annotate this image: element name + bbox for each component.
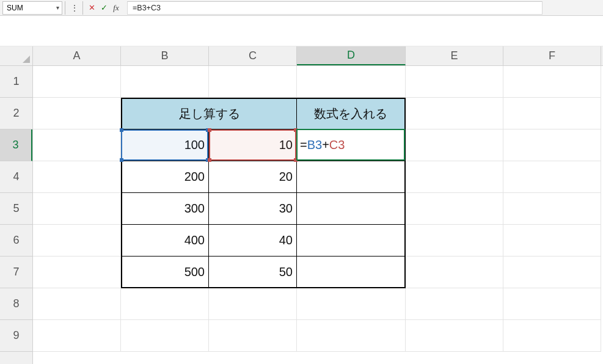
separator [82,1,83,15]
cell-C1[interactable] [209,66,297,98]
cell-A6[interactable] [33,225,121,257]
name-box-dropdown-icon[interactable]: ▾ [56,4,59,11]
col-header-E[interactable]: E [406,46,503,65]
cell-C7[interactable]: 50 [209,257,297,288]
cell-D9[interactable] [297,320,406,352]
editing-ref-b: B3 [307,138,322,152]
cell-E9[interactable] [406,320,503,352]
row-header-2[interactable]: 2 [0,98,32,129]
cell-F9[interactable] [503,320,601,352]
cell-C4-text: 20 [279,170,293,184]
cell-F6[interactable] [503,225,601,257]
cell-C6-text: 40 [279,233,293,247]
row-header-5[interactable]: 5 [0,193,32,225]
formula-bar-expansion [0,16,603,46]
cell-B5[interactable]: 300 [121,193,209,225]
formula-text: =B3+C3 [133,4,161,12]
name-box-value: SUM [7,4,23,12]
col-header-B[interactable]: B [121,46,209,65]
row-header-7[interactable]: 7 [0,257,32,288]
cell-B3-text: 100 [185,138,205,152]
header-add[interactable]: 足し算する [121,98,297,129]
cell-C7-text: 50 [279,265,293,279]
cell-E1[interactable] [406,66,503,98]
cell-C3-text: 10 [279,138,293,152]
column-headers: A B C D E F [33,46,603,66]
cell-B5-text: 300 [185,202,205,216]
row-header-6[interactable]: 6 [0,225,32,257]
cell-B8[interactable] [121,288,209,320]
header-formula-text: 数式を入れる [314,106,387,122]
cell-B7-text: 500 [185,265,205,279]
cell-A4[interactable] [33,161,121,193]
cells-area[interactable]: 足し算する数式を入れる1001020020300304004050050=B3+… [33,66,603,364]
name-box[interactable]: SUM ▾ [2,1,62,15]
cell-D4[interactable] [297,161,406,193]
cell-D6[interactable] [297,225,406,257]
row-header-9[interactable]: 9 [0,320,32,352]
cell-D1[interactable] [297,66,406,98]
cell-B9[interactable] [121,320,209,352]
cell-F2[interactable] [503,98,601,129]
cell-A2[interactable] [33,98,121,129]
cell-F5[interactable] [503,193,601,225]
cancel-icon[interactable]: ✕ [86,1,98,15]
cell-C3[interactable]: 10 [209,129,297,161]
col-header-F[interactable]: F [503,46,601,65]
cell-D5[interactable] [297,193,406,225]
cell-B7[interactable]: 500 [121,257,209,288]
select-all-corner[interactable] [0,46,33,66]
cell-D8[interactable] [297,288,406,320]
row-header-4[interactable]: 4 [0,161,32,193]
editing-cell-D3[interactable]: =B3+C3 [296,129,405,161]
editing-plus: + [322,138,329,152]
cell-A5[interactable] [33,193,121,225]
editing-eq: = [300,138,307,152]
cell-E3[interactable] [406,129,503,161]
cell-F3[interactable] [503,129,601,161]
cell-E2[interactable] [406,98,503,129]
cell-E6[interactable] [406,225,503,257]
cell-F8[interactable] [503,288,601,320]
cell-F7[interactable] [503,257,601,288]
cell-A8[interactable] [33,288,121,320]
more-icon[interactable]: ⋮ [68,1,80,15]
cell-A7[interactable] [33,257,121,288]
formula-bar: SUM ▾ ⋮ ✕ ✓ fx =B3+C3 [0,0,603,16]
cell-A1[interactable] [33,66,121,98]
cell-B6[interactable]: 400 [121,225,209,257]
cell-B3[interactable]: 100 [121,129,209,161]
cell-E5[interactable] [406,193,503,225]
separator [65,1,65,15]
cell-E4[interactable] [406,161,503,193]
cell-E8[interactable] [406,288,503,320]
cell-C9[interactable] [209,320,297,352]
col-header-C[interactable]: C [209,46,297,65]
cell-A3[interactable] [33,129,121,161]
cell-C5[interactable]: 30 [209,193,297,225]
cell-A9[interactable] [33,320,121,352]
formula-input[interactable]: =B3+C3 [127,1,543,15]
editing-ref-c: C3 [329,138,345,152]
cell-C6[interactable]: 40 [209,225,297,257]
row-header-1[interactable]: 1 [0,66,32,98]
cell-D7[interactable] [297,257,406,288]
cell-F1[interactable] [503,66,601,98]
cell-B4-text: 200 [185,170,205,184]
cell-C8[interactable] [209,288,297,320]
cell-B6-text: 400 [185,233,205,247]
cell-C5-text: 30 [279,202,293,216]
cell-B1[interactable] [121,66,209,98]
cell-E7[interactable] [406,257,503,288]
cell-C4[interactable]: 20 [209,161,297,193]
col-header-A[interactable]: A [33,46,121,65]
row-header-8[interactable]: 8 [0,288,32,320]
col-header-D[interactable]: D [297,46,406,65]
header-formula[interactable]: 数式を入れる [297,98,406,129]
row-header-3[interactable]: 3 [0,129,32,161]
fx-icon[interactable]: fx [110,1,122,15]
confirm-icon[interactable]: ✓ [98,1,110,15]
cell-B4[interactable]: 200 [121,161,209,193]
cell-F4[interactable] [503,161,601,193]
header-add-text: 足し算する [179,106,240,122]
